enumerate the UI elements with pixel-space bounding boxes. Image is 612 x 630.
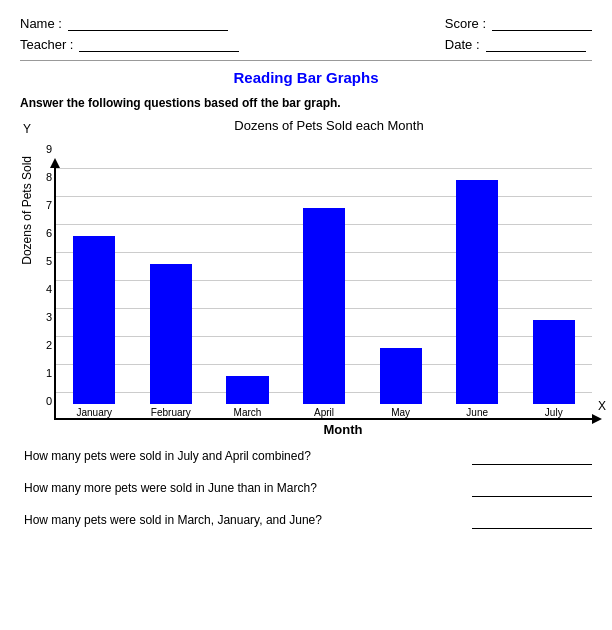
- y-label-4: 4: [36, 275, 52, 303]
- question-text-1: How many more pets were sold in June tha…: [24, 479, 472, 497]
- y-axis-letter: Y: [23, 122, 31, 136]
- question-row-2: How many pets were sold in March, Januar…: [24, 511, 592, 529]
- x-axis-label: Month: [94, 422, 592, 437]
- axes-wrapper: 0123456789 JanuaryFebruaryMa: [36, 135, 592, 437]
- bar-february: [150, 264, 192, 404]
- bar-group-january: January: [56, 168, 133, 418]
- left-header: Name : Teacher :: [20, 16, 239, 52]
- score-field[interactable]: [492, 17, 592, 31]
- bar-group-june: June: [439, 168, 516, 418]
- bar-january: [73, 236, 115, 404]
- question-row-1: How many more pets were sold in June tha…: [24, 479, 592, 497]
- answer-line-1[interactable]: [472, 483, 592, 497]
- bar-group-march: March: [209, 168, 286, 418]
- teacher-row: Teacher :: [20, 37, 239, 52]
- bar-label-february: February: [151, 407, 191, 418]
- score-row: Score :: [445, 16, 592, 31]
- bar-june: [456, 180, 498, 404]
- bar-label-may: May: [391, 407, 410, 418]
- x-arrow-icon: [592, 414, 602, 424]
- bar-march: [226, 376, 268, 404]
- y-label-3: 3: [36, 303, 52, 331]
- answer-line-0[interactable]: [472, 451, 592, 465]
- question-text-2: How many pets were sold in March, Januar…: [24, 511, 472, 529]
- bar-may: [380, 348, 422, 404]
- y-arrow-icon: [50, 158, 60, 168]
- y-labels: 0123456789: [36, 135, 52, 437]
- name-field[interactable]: [68, 17, 228, 31]
- bar-group-april: April: [286, 168, 363, 418]
- name-row: Name :: [20, 16, 239, 31]
- bar-label-march: March: [234, 407, 262, 418]
- bar-july: [533, 320, 575, 404]
- x-axis-letter: X: [598, 399, 606, 413]
- bar-label-january: January: [77, 407, 113, 418]
- header-divider: [20, 60, 592, 61]
- question-row-0: How many pets were sold in July and Apri…: [24, 447, 592, 465]
- date-label: Date :: [445, 37, 480, 52]
- question-text-0: How many pets were sold in July and Apri…: [24, 447, 472, 465]
- y-axis-label: Dozens of Pets Sold: [20, 156, 34, 265]
- answer-line-2[interactable]: [472, 515, 592, 529]
- chart-title: Dozens of Pets Sold each Month: [66, 118, 592, 133]
- bars-row: JanuaryFebruaryMarchAprilMayJuneJuly: [56, 168, 592, 418]
- name-label: Name :: [20, 16, 62, 31]
- questions-section: How many pets were sold in July and Apri…: [20, 447, 592, 529]
- teacher-label: Teacher :: [20, 37, 73, 52]
- bar-group-july: July: [515, 168, 592, 418]
- chart-container: Y Dozens of Pets Sold Dozens of Pets Sol…: [20, 118, 592, 437]
- bar-april: [303, 208, 345, 404]
- bar-group-february: February: [133, 168, 210, 418]
- date-field[interactable]: [486, 38, 586, 52]
- y-label-0: 0: [36, 387, 52, 415]
- teacher-field[interactable]: [79, 38, 239, 52]
- y-label-6: 6: [36, 219, 52, 247]
- y-label-5: 5: [36, 247, 52, 275]
- chart-inner: Dozens of Pets Sold each Month 012345678…: [36, 118, 592, 437]
- y-label-2: 2: [36, 331, 52, 359]
- date-row: Date :: [445, 37, 592, 52]
- bar-group-may: May: [362, 168, 439, 418]
- score-label: Score :: [445, 16, 486, 31]
- right-header: Score : Date :: [445, 16, 592, 52]
- y-label-7: 7: [36, 191, 52, 219]
- page-title: Reading Bar Graphs: [20, 69, 592, 86]
- bar-label-june: June: [466, 407, 488, 418]
- instructions: Answer the following questions based off…: [20, 96, 592, 110]
- header-section: Name : Teacher : Score : Date :: [20, 16, 592, 52]
- bar-label-july: July: [545, 407, 563, 418]
- graph-area: JanuaryFebruaryMarchAprilMayJuneJuly: [54, 168, 592, 420]
- y-label-1: 1: [36, 359, 52, 387]
- bar-label-april: April: [314, 407, 334, 418]
